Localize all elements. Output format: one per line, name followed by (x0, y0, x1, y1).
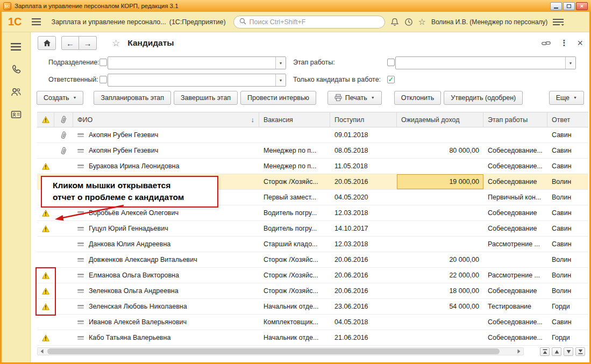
candidate-name: Кабо Татьяна Валерьевна (89, 334, 170, 341)
horizontal-scrollbar[interactable] (37, 347, 524, 355)
table-row[interactable]: Акопян Рубен Гезевич09.01.2018Савин (37, 127, 588, 143)
stage-cell (483, 127, 547, 142)
sidebar-interactions-phone-icon[interactable] (8, 62, 24, 76)
department-dropdown-icon[interactable]: ▼ (275, 57, 286, 69)
notifications-bell-icon[interactable] (390, 18, 399, 26)
sidebar-candidates-people-icon[interactable] (8, 85, 24, 99)
maximize-button[interactable] (563, 2, 575, 10)
approve-button[interactable]: Утвердить (одобрен) (444, 91, 523, 105)
finish-stage-button[interactable]: Завершить этап (174, 91, 238, 105)
attachment-column-header[interactable] (54, 112, 73, 127)
responsible-filter-checkbox[interactable] (99, 76, 107, 83)
warning-column-header[interactable] (37, 112, 54, 127)
warning-icon (42, 288, 49, 295)
current-user[interactable]: Волина И.В. (Менеджер по персоналу) (431, 18, 547, 26)
table-row[interactable]: Зеленская Любовь НиколаевнаНачальник отд… (37, 299, 588, 315)
received-cell: 04.05.2018 (330, 315, 397, 330)
income-cell (397, 190, 483, 205)
tools-menu-icon[interactable] (553, 18, 564, 26)
printer-icon (334, 94, 342, 101)
candidate-name: Елманова Ольга Викторовна (89, 272, 179, 279)
page-title: Кандидаты (127, 38, 174, 48)
main-menu-icon[interactable] (32, 18, 41, 25)
table-row[interactable]: Акопян Рубен ГезевичМенеджер по п...08.0… (37, 143, 588, 159)
department-filter-combo: ▼ (108, 56, 286, 69)
warning-cell (37, 315, 54, 330)
candidate-name: Иванов Алексей Валерьянович (89, 318, 187, 326)
fio-column-header[interactable]: ФИО↓ (73, 112, 259, 127)
table-row[interactable]: Буракова Ирина ЛеонидовнаМенеджер по п..… (37, 159, 588, 174)
close-window-button[interactable]: × (576, 2, 588, 10)
received-cell: 14.10.2017 (330, 221, 397, 236)
received-column-header[interactable]: Поступил (330, 112, 397, 127)
minimize-button[interactable] (550, 2, 562, 10)
income-cell (397, 315, 483, 330)
table-row[interactable]: Елманова Ольга ВикторовнаСторож /Хозяйс.… (37, 268, 588, 283)
department-filter-checkbox[interactable] (99, 59, 107, 66)
more-actions-button[interactable]: Еще▼ (549, 91, 584, 105)
more-commands-icon[interactable]: ⋮ (560, 38, 568, 48)
stage-cell: Рассмотрение ... (483, 237, 547, 252)
vacancy-column-header[interactable]: Вакансия (259, 112, 330, 127)
table-header: ФИО↓ Вакансия Поступил Ожидаемый доход Э… (37, 112, 588, 127)
scroll-right-icon[interactable] (515, 348, 523, 355)
table-row[interactable]: Иванов Алексей ВалерьяновичКомплектовщик… (37, 315, 588, 330)
create-button[interactable]: Создать▼ (37, 91, 83, 105)
received-cell: 23.06.2016 (330, 299, 397, 314)
table-row[interactable]: Кабо Татьяна ВалерьевнаНачальник отде...… (37, 330, 588, 346)
stage-filter-checkbox[interactable] (387, 59, 395, 66)
stage-filter-input[interactable] (396, 57, 565, 69)
received-cell: 20.06.2016 (330, 252, 397, 267)
sidebar-contact-card-icon[interactable] (8, 108, 24, 122)
warning-icon (42, 225, 49, 232)
stage-filter-label: Этап работы: (293, 59, 335, 66)
scrollbar-thumb[interactable] (47, 348, 500, 354)
stage-cell (483, 252, 547, 267)
responsible-column-header[interactable]: Ответ (547, 112, 588, 127)
back-button[interactable]: ← (61, 36, 79, 50)
get-link-icon[interactable] (542, 40, 551, 47)
scrollbar-track[interactable] (46, 348, 515, 354)
go-to-bottom-button[interactable] (575, 347, 585, 356)
scroll-up-button[interactable] (552, 347, 561, 356)
go-to-top-button[interactable] (540, 347, 550, 356)
sidebar-menu-icon[interactable] (8, 40, 24, 54)
income-column-header[interactable]: Ожидаемый доход (397, 112, 483, 127)
chevron-down-icon: ▼ (371, 96, 375, 99)
department-filter-input[interactable] (108, 57, 275, 69)
favorites-star-icon[interactable]: ☆ (418, 18, 426, 26)
print-button[interactable]: Печать▼ (327, 91, 382, 105)
home-button[interactable] (38, 36, 56, 50)
forward-button[interactable]: → (79, 36, 97, 50)
table-row[interactable]: Довженков Александр ВитальевичСторож /Хо… (37, 252, 588, 268)
attachment-cell (54, 299, 73, 314)
close-form-icon[interactable]: × (577, 38, 583, 48)
candidates-table: ФИО↓ Вакансия Поступил Ожидаемый доход Э… (37, 112, 588, 346)
table-row[interactable]: Воробьёв Алексей ОлеговичВодитель погру.… (37, 205, 588, 221)
interview-button[interactable]: Провести интервью (240, 91, 316, 105)
app-icon: 1С (3, 2, 11, 10)
warning-icon (42, 334, 49, 341)
scroll-left-icon[interactable] (38, 348, 46, 355)
plan-stage-button[interactable]: Запланировать этап (94, 91, 171, 105)
filter-row-2: Ответственный: ▼ Только кандидаты в рабо… (37, 73, 584, 87)
chevron-down-icon: ▼ (573, 96, 577, 99)
global-search[interactable] (233, 16, 385, 28)
income-cell: 22 000,00 (397, 268, 483, 283)
responsible-filter-input[interactable] (108, 74, 275, 86)
history-clock-icon[interactable] (404, 18, 413, 26)
table-row[interactable]: Гуцул Юрий ГеннадьевичВодитель погру...1… (37, 221, 588, 237)
table-row[interactable]: Данкова Юлия АндреевнаСтарший кладо...12… (37, 237, 588, 252)
search-input[interactable] (250, 18, 379, 26)
scroll-down-button[interactable] (564, 347, 573, 356)
candidate-name: Воробьёв Алексей Олегович (89, 209, 179, 217)
stage-column-header[interactable]: Этап работы (483, 112, 547, 127)
stage-dropdown-icon[interactable]: ▼ (565, 57, 575, 69)
candidate-name-cell: Гуцул Юрий Геннадьевич (73, 221, 259, 236)
reject-button[interactable]: Отклонить (394, 91, 442, 105)
responsible-dropdown-icon[interactable]: ▼ (275, 74, 286, 86)
add-to-favorites-star-icon[interactable]: ☆ (112, 39, 120, 48)
income-cell: 54 000,00 (397, 299, 483, 314)
table-row[interactable]: Зеленкова Ольга АндреевнаСторож /Хозяйс.… (37, 283, 588, 299)
only-active-checkbox[interactable]: ✓ (387, 76, 395, 83)
